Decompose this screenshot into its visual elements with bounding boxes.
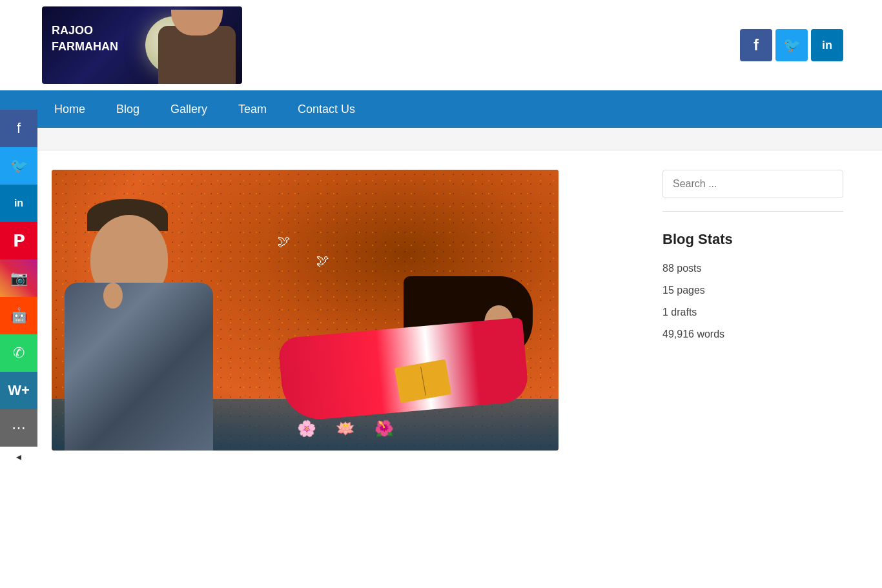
blog-stats-widget: Blog Stats 88 posts 15 pages 1 drafts 49… (662, 225, 843, 355)
logo-text: RAJOO FARMAHAN (52, 23, 118, 55)
lotus-flower-1: 🌸 (297, 420, 316, 438)
header-facebook-btn[interactable]: f (740, 29, 772, 61)
bird-1: 🕊 (278, 234, 291, 249)
hide-icon: ◂ (16, 451, 21, 463)
lotus-flower-3: 🌺 (374, 420, 394, 438)
instagram-icon: 📷 (10, 270, 28, 287)
linkedin-icon: in (14, 198, 23, 209)
featured-image: 🌸 🪷 🌺 🕊 🕊 (52, 170, 559, 451)
wordpress-icon: W+ (8, 382, 30, 399)
sidebar-twitter-btn[interactable]: 🐦 (0, 147, 37, 185)
sidebar-hide-btn[interactable]: ◂ (0, 447, 37, 466)
nav-gallery[interactable]: Gallery (155, 91, 223, 128)
header-linkedin-icon: in (822, 39, 832, 52)
share-icon: ⋯ (12, 420, 26, 436)
sidebar-instagram-btn[interactable]: 📷 (0, 259, 37, 297)
logo-box: RAJOO FARMAHAN (42, 6, 242, 84)
sidebar-whatsapp-btn[interactable]: ✆ (0, 334, 37, 372)
nav-bar: Home Blog Gallery Team Contact Us (0, 90, 882, 128)
facebook-icon: f (17, 120, 21, 137)
stat-posts: 88 posts (662, 261, 843, 276)
header-logo[interactable]: RAJOO FARMAHAN (42, 6, 242, 84)
header-facebook-icon: f (754, 36, 759, 54)
breadcrumb-bar (0, 128, 882, 150)
search-widget (662, 170, 843, 198)
person-shirt (65, 283, 213, 451)
search-input[interactable] (662, 170, 843, 198)
content-area: 🌸 🪷 🌺 🕊 🕊 (52, 170, 643, 451)
stat-pages: 15 pages (662, 283, 843, 298)
site-header: RAJOO FARMAHAN f 🐦 in (0, 0, 882, 90)
whatsapp-icon: ✆ (13, 345, 25, 361)
sidebar: Blog Stats 88 posts 15 pages 1 drafts 49… (662, 170, 843, 451)
header-twitter-icon: 🐦 (783, 37, 801, 54)
header-twitter-btn[interactable]: 🐦 (775, 29, 808, 61)
twitter-icon: 🐦 (10, 157, 28, 174)
lotus-flower-2: 🪷 (336, 420, 355, 438)
woman-figure (268, 283, 526, 412)
divider-1 (662, 211, 843, 212)
blog-stats-title: Blog Stats (662, 231, 843, 248)
stat-words: 49,916 words (662, 327, 843, 342)
stat-drafts: 1 drafts (662, 305, 843, 320)
sidebar-share-btn[interactable]: ⋯ (0, 409, 37, 447)
header-linkedin-btn[interactable]: in (811, 29, 843, 61)
sidebar-reddit-btn[interactable]: 🤖 (0, 297, 37, 334)
pinterest-icon: 𝗣 (13, 231, 25, 251)
reddit-icon: 🤖 (10, 307, 28, 324)
main-content: 🌸 🪷 🌺 🕊 🕊 (0, 150, 882, 470)
person-foreground (52, 225, 232, 451)
nav-contact[interactable]: Contact Us (282, 91, 371, 128)
sidebar-linkedin-btn[interactable]: in (0, 185, 37, 222)
nav-team[interactable]: Team (223, 91, 282, 128)
person-hand (103, 283, 123, 309)
bird-2: 🕊 (316, 254, 329, 269)
social-sidebar: f 🐦 in 𝗣 📷 🤖 ✆ W+ ⋯ ◂ (0, 110, 37, 466)
header-social-icons: f 🐦 in (740, 29, 843, 61)
book-spine (420, 367, 426, 395)
sidebar-wordpress-btn[interactable]: W+ (0, 372, 37, 409)
sidebar-facebook-btn[interactable]: f (0, 110, 37, 147)
sidebar-pinterest-btn[interactable]: 𝗣 (0, 222, 37, 259)
nav-home[interactable]: Home (39, 91, 101, 128)
nav-blog[interactable]: Blog (101, 91, 155, 128)
